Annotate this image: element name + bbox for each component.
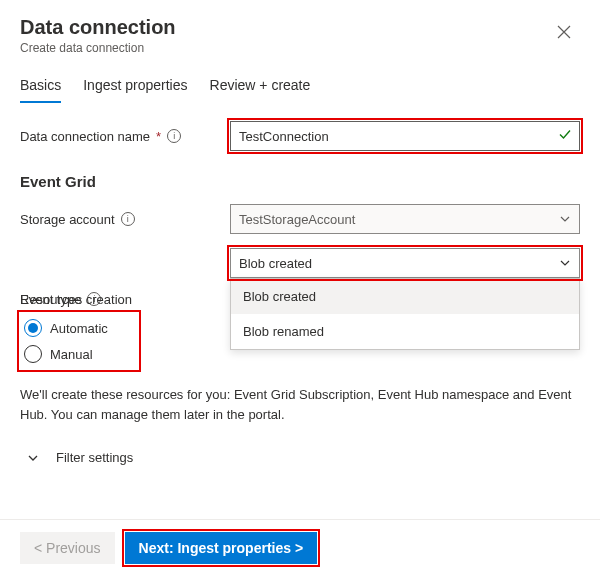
radio-icon <box>24 345 42 363</box>
event-type-dropdown: Blob created Blob renamed <box>230 278 580 350</box>
filter-settings-toggle[interactable]: Filter settings <box>20 442 580 485</box>
storage-account-select[interactable]: TestStorageAccount <box>230 204 580 234</box>
event-type-option-blob-created[interactable]: Blob created <box>231 279 579 314</box>
event-type-select[interactable]: Blob created <box>230 248 580 278</box>
page-title: Data connection <box>20 16 176 39</box>
connection-name-input[interactable] <box>230 121 580 151</box>
check-icon <box>558 128 572 145</box>
filter-settings-label: Filter settings <box>56 450 133 465</box>
chevron-down-icon <box>559 213 571 225</box>
event-type-option-blob-renamed[interactable]: Blob renamed <box>231 314 579 349</box>
radio-icon <box>24 319 42 337</box>
radio-manual[interactable]: Manual <box>24 345 134 363</box>
footer-bar: < Previous Next: Ingest properties > <box>0 519 600 578</box>
radio-automatic-label: Automatic <box>50 321 108 336</box>
chevron-down-icon <box>559 257 571 269</box>
previous-button[interactable]: < Previous <box>20 532 115 564</box>
storage-account-label: Storage account i <box>20 212 230 227</box>
radio-automatic[interactable]: Automatic <box>24 319 134 337</box>
tab-ingest-properties[interactable]: Ingest properties <box>83 69 187 103</box>
close-button[interactable] <box>548 16 580 48</box>
required-asterisk: * <box>156 129 161 144</box>
chevron-down-icon <box>26 451 40 465</box>
resources-creation-label: Resources creation <box>20 292 160 307</box>
next-button[interactable]: Next: Ingest properties > <box>125 532 318 564</box>
connection-name-label: Data connection name * i <box>20 129 230 144</box>
page-subtitle: Create data connection <box>20 41 176 55</box>
tab-review-create[interactable]: Review + create <box>210 69 311 103</box>
section-event-grid: Event Grid <box>20 173 580 190</box>
close-icon <box>557 25 571 39</box>
tab-basics[interactable]: Basics <box>20 69 61 103</box>
event-type-value: Blob created <box>239 256 312 271</box>
info-icon[interactable]: i <box>121 212 135 226</box>
tab-bar: Basics Ingest properties Review + create <box>20 69 580 103</box>
resources-description: We'll create these resources for you: Ev… <box>20 385 580 424</box>
storage-account-value: TestStorageAccount <box>239 212 355 227</box>
radio-manual-label: Manual <box>50 347 93 362</box>
info-icon[interactable]: i <box>167 129 181 143</box>
